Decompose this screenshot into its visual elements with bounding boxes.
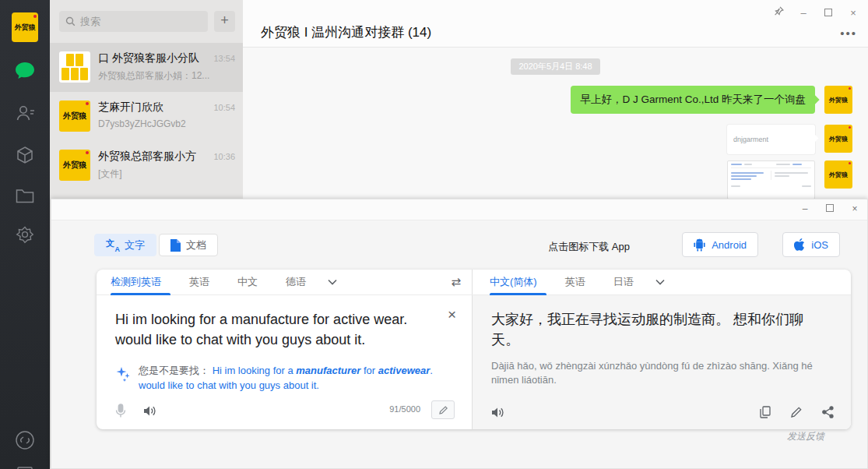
message-bubble[interactable]: 早上好，D J Garment Co.,Ltd 昨天来了一个询盘 <box>571 86 815 114</box>
chat-subtitle: D7ysb3yZHcJGGvb2 <box>98 118 235 129</box>
devices-icon[interactable] <box>0 461 50 469</box>
text-mode-button[interactable]: 文 A 文字 <box>94 234 156 256</box>
avatar[interactable]: 外贸狼 <box>824 86 852 114</box>
close-icon[interactable]: × <box>846 7 860 19</box>
search-input[interactable] <box>80 16 202 27</box>
translated-text: 大家好，我正在寻找运动服的制造商。 想和你们聊天。 <box>491 309 818 350</box>
chat-more-menu-icon[interactable]: ••• <box>840 26 857 40</box>
avatar-label: 外贸狼 <box>829 96 848 104</box>
edit-translation-icon[interactable] <box>791 407 802 418</box>
pinyin-text: Dàjiā hǎo, wǒ zhèngzài xúnzhǎo yùndòng f… <box>491 359 826 387</box>
tools-icon[interactable] <box>0 223 50 246</box>
chat-title: 外贸狼总部客服小方 <box>98 150 196 164</box>
message-bubble[interactable]: dnjgarment <box>727 125 815 154</box>
chats-icon[interactable] <box>0 59 50 83</box>
copy-icon[interactable] <box>760 406 771 418</box>
tab-chinese[interactable]: 中文 <box>223 270 272 295</box>
listen-icon[interactable] <box>143 405 156 417</box>
avatar-label: 外贸狼 <box>829 135 848 143</box>
chat-list-item[interactable]: 外贸狼 外贸狼总部客服小方 10:36 [文件] <box>50 141 243 190</box>
chevron-down-icon[interactable] <box>328 279 337 285</box>
tab-chinese-simplified[interactable]: 中文(简体) <box>490 270 551 295</box>
target-language-tabs: 中文(简体) 英语 日语 <box>472 270 851 294</box>
download-hint: 点击图标下载 App <box>548 240 630 254</box>
ios-label: iOS <box>811 239 828 251</box>
suggestion-label: 您是不是要找： <box>139 365 209 376</box>
avatar: 外贸狼 <box>59 100 90 132</box>
translator-toolbar: 文 A 文字 文档 点击图标下载 App Android <box>51 220 867 269</box>
chat-title: 口 外贸狼客服小分队 <box>98 51 199 65</box>
message-row: 早上好，D J Garment Co.,Ltd 昨天来了一个询盘 外贸狼 <box>243 86 868 114</box>
avatar-label: 外贸狼 <box>63 111 86 122</box>
close-icon[interactable]: × <box>849 203 861 214</box>
listen-icon[interactable] <box>491 407 504 418</box>
swap-languages-icon[interactable]: ⇄ <box>451 275 461 289</box>
avatar-label: 外贸狼 <box>63 160 86 171</box>
chat-list-item[interactable]: 外贸狼 芝麻开门欣欣 10:54 D7ysb3yZHcJGGvb2 <box>50 92 243 141</box>
avatar-label: 外贸狼 <box>829 171 848 179</box>
chat-room-title: 外贸狼 I 温州沟通对接群 (14) <box>261 23 431 41</box>
ios-download-button[interactable]: iOS <box>782 232 840 257</box>
tab-japanese[interactable]: 日语 <box>599 270 648 295</box>
message-row: dnjgarment 外贸狼 <box>243 125 868 154</box>
translate-icon: 文 A <box>106 239 119 251</box>
chat-time: 10:54 <box>213 103 235 112</box>
char-counter: 91/5000 <box>389 404 420 414</box>
android-download-button[interactable]: Android <box>682 232 758 257</box>
avatar-reg-mark <box>86 102 89 105</box>
tab-english[interactable]: 英语 <box>551 270 599 295</box>
document-icon <box>170 239 181 252</box>
app-window: 外贸狼 <box>0 0 868 469</box>
chat-list-item[interactable]: 口 外贸狼客服小分队 13:54 外贸狼总部客服小娟：12... <box>50 43 243 92</box>
share-icon[interactable] <box>822 406 834 418</box>
maximize-icon[interactable] <box>821 7 835 19</box>
chat-subtitle: [文件] <box>98 168 235 181</box>
sidebar: 外贸狼 <box>0 0 50 469</box>
avatar-reg-mark <box>849 126 851 129</box>
translate-card: 检测到英语 英语 中文 德语 ⇄ 中文(简体) 英语 日语 <box>97 270 851 429</box>
pin-icon[interactable] <box>771 6 785 19</box>
edit-button[interactable] <box>431 400 455 419</box>
avatar-reg-mark <box>849 162 851 164</box>
link-card-text: dnjgarment <box>733 136 768 143</box>
search-input-wrapper <box>59 11 208 32</box>
source-text[interactable]: Hi im looking for a manufacture for acti… <box>115 309 427 350</box>
maximize-icon[interactable] <box>824 203 836 214</box>
chat-time: 10:36 <box>213 152 235 161</box>
sparkle-icon <box>115 365 131 393</box>
source-panel[interactable]: Hi im looking for a manufacture for acti… <box>97 295 472 429</box>
apple-icon <box>794 238 805 251</box>
chevron-down-icon[interactable] <box>655 279 665 285</box>
chat-time: 13:54 <box>213 54 235 63</box>
tab-english[interactable]: 英语 <box>175 270 223 295</box>
package-icon[interactable] <box>0 143 50 167</box>
contacts-icon[interactable] <box>0 101 50 125</box>
tab-german[interactable]: 德语 <box>272 270 320 295</box>
clear-text-icon[interactable]: × <box>448 306 456 323</box>
send-feedback-link[interactable]: 发送反馈 <box>787 430 824 443</box>
translator-window: – × 文 A 文字 文档 点击图标下载 App <box>51 199 868 469</box>
android-icon <box>694 238 705 252</box>
app-logo-label: 外贸狼 <box>15 23 36 33</box>
avatar[interactable]: 外贸狼 <box>824 125 852 153</box>
chat-subtitle: 外贸狼总部客服小娟：12... <box>98 69 235 83</box>
target-panel: 大家好，我正在寻找运动服的制造商。 想和你们聊天。 Dàjiā hǎo, wǒ … <box>472 295 851 429</box>
translation-screenshot-thumbnail[interactable] <box>727 160 815 199</box>
app-logo[interactable]: 外贸狼 <box>12 12 38 42</box>
link-icon[interactable] <box>0 428 50 452</box>
add-chat-button[interactable]: + <box>214 11 235 32</box>
tab-detected-language[interactable]: 检测到英语 <box>111 270 175 295</box>
chat-title: 芝麻开门欣欣 <box>98 100 163 115</box>
spelling-suggestion: 您是不是要找： Hi im looking for a manufacturer… <box>115 364 456 393</box>
source-language-tabs: 检测到英语 英语 中文 德语 ⇄ <box>97 270 472 294</box>
folder-icon[interactable] <box>0 184 50 207</box>
minimize-icon[interactable]: – <box>796 7 810 19</box>
message-area: 2020年5月4日 8:48 早上好，D J Garment Co.,Ltd 昨… <box>243 48 868 199</box>
translator-titlebar: – × <box>51 199 867 220</box>
date-divider: 2020年5月4日 8:48 <box>511 58 599 75</box>
microphone-icon[interactable] <box>115 404 126 418</box>
text-mode-label: 文字 <box>125 238 145 252</box>
document-mode-button[interactable]: 文档 <box>159 234 218 256</box>
avatar[interactable]: 外贸狼 <box>824 160 852 189</box>
minimize-icon[interactable]: – <box>799 203 811 214</box>
